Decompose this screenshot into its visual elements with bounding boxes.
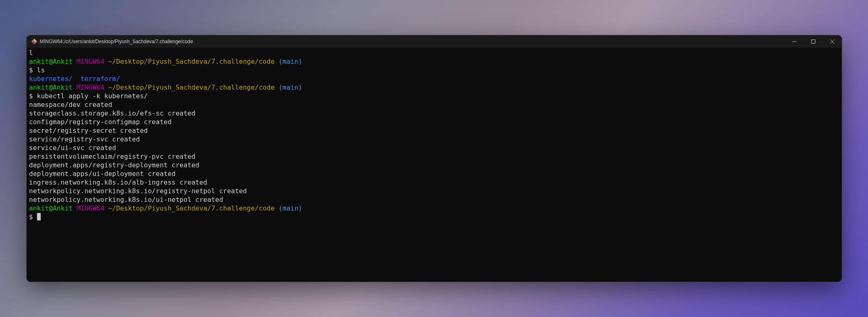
prompt-line: ankit@Ankit MINGW64 ~/Desktop/Piyush_Sac… bbox=[29, 57, 839, 66]
output-line: ingress.networking.k8s.io/alb-ingress cr… bbox=[29, 178, 839, 187]
terminal-body[interactable]: lankit@Ankit MINGW64 ~/Desktop/Piyush_Sa… bbox=[27, 48, 842, 282]
titlebar: MINGW64:/c/Users/ankit/Desktop/Piyush_Sa… bbox=[27, 35, 842, 48]
close-button[interactable] bbox=[823, 35, 842, 48]
output-line: networkpolicy.networking.k8s.io/registry… bbox=[29, 187, 839, 195]
output-line: deployment.apps/ui-deployment created bbox=[29, 169, 839, 178]
output-line: kubernetes/ terraform/ bbox=[29, 74, 839, 83]
svg-marker-2 bbox=[31, 42, 34, 44]
output-line: service/ui-svc created bbox=[29, 143, 839, 152]
output-line: storageclass.storage.k8s.io/efs-sc creat… bbox=[29, 109, 839, 118]
output-line: namespace/dev created bbox=[29, 100, 839, 109]
output-line: service/registry-svc created bbox=[29, 135, 839, 143]
titlebar-left: MINGW64:/c/Users/ankit/Desktop/Piyush_Sa… bbox=[31, 38, 193, 45]
prompt-line: ankit@Ankit MINGW64 ~/Desktop/Piyush_Sac… bbox=[29, 204, 839, 213]
svg-rect-5 bbox=[811, 40, 815, 44]
output-line: networkpolicy.networking.k8s.io/ui-netpo… bbox=[29, 195, 839, 204]
prompt-line: ankit@Ankit MINGW64 ~/Desktop/Piyush_Sac… bbox=[29, 83, 839, 92]
command-line: $ kubectl apply -k kubernetes/ bbox=[29, 92, 839, 100]
output-line: deployment.apps/registry-deployment crea… bbox=[29, 161, 839, 169]
git-bash-icon bbox=[31, 38, 37, 45]
terminal-window: MINGW64:/c/Users/ankit/Desktop/Piyush_Sa… bbox=[26, 35, 842, 282]
cursor bbox=[37, 213, 41, 220]
output-line: secret/registry-secret created bbox=[29, 126, 839, 135]
output-line: configmap/registry-configmap created bbox=[29, 118, 839, 126]
output-line: l bbox=[29, 49, 839, 57]
command-line[interactable]: $ bbox=[29, 213, 839, 221]
maximize-button[interactable] bbox=[804, 35, 823, 48]
minimize-button[interactable] bbox=[785, 35, 804, 48]
svg-marker-3 bbox=[34, 39, 37, 42]
command-line: $ ls bbox=[29, 66, 839, 74]
window-controls bbox=[785, 35, 842, 48]
window-title: MINGW64:/c/Users/ankit/Desktop/Piyush_Sa… bbox=[40, 39, 193, 44]
output-line: persistentvolumeclaim/registry-pvc creat… bbox=[29, 152, 839, 161]
